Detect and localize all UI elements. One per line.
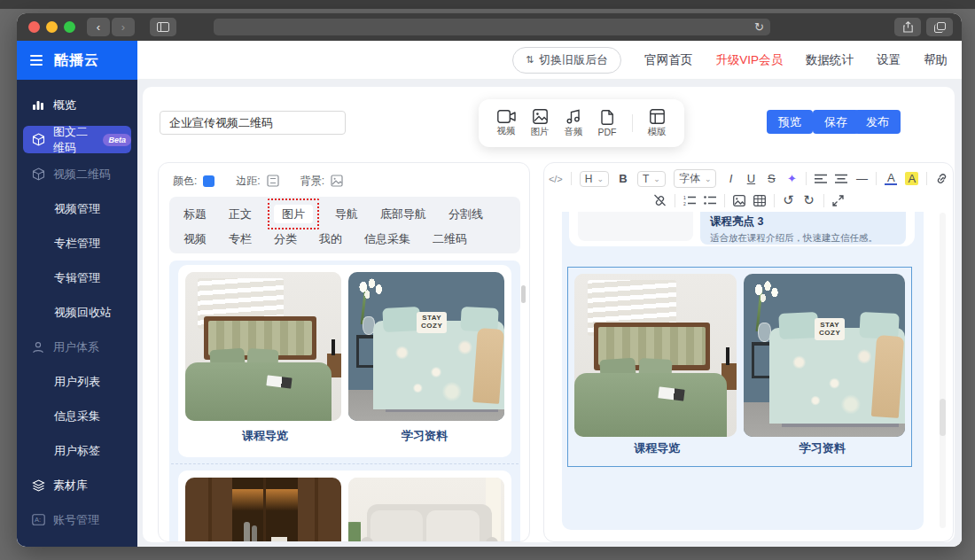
top-navigation: ⇅ 切换旧版后台 官网首页 升级VIP会员 数据统计 设置 帮助: [137, 41, 962, 79]
tab-qrcode[interactable]: 二维码: [433, 231, 467, 246]
sidebar-item-overview[interactable]: 概览: [17, 88, 137, 122]
sidebar-item-account-management[interactable]: A: 账号管理: [17, 502, 137, 537]
insert-template-button[interactable]: 模版: [648, 109, 667, 138]
tab-overview-button[interactable]: [926, 18, 953, 36]
insert-image-button[interactable]: 图片: [531, 109, 550, 138]
font-color-button[interactable]: A: [885, 172, 897, 185]
menu-icon[interactable]: [30, 52, 43, 68]
tab-body-text[interactable]: 正文: [229, 206, 252, 222]
background-image-icon[interactable]: [331, 175, 343, 187]
strikethrough-button[interactable]: S: [765, 172, 777, 185]
remove-link-button[interactable]: [653, 194, 667, 206]
sidebar-item-user-system[interactable]: 用户体系: [17, 330, 137, 364]
undo-button[interactable]: ↺: [783, 192, 795, 208]
editor-scrollbar[interactable]: [940, 213, 946, 528]
bold-button[interactable]: B: [617, 172, 629, 185]
font-dropdown[interactable]: 字体⌄: [674, 169, 717, 188]
highlights-block[interactable]: 课程亮点 3 适合放在课程介绍后，快速建立信任感。: [569, 212, 915, 246]
tab-title[interactable]: 标题: [183, 206, 207, 222]
qrcode-title-input[interactable]: [160, 111, 346, 135]
tab-bottom-navigation[interactable]: 底部导航: [380, 206, 426, 222]
sidebar-item-column-management[interactable]: 专栏管理: [17, 226, 137, 261]
editor-canvas[interactable]: 课程亮点 3 适合放在课程介绍后，快速建立信任感。: [562, 212, 924, 530]
minimize-window-button[interactable]: [46, 21, 58, 33]
close-window-button[interactable]: [28, 21, 40, 33]
image-block-template-2[interactable]: [178, 471, 511, 541]
switch-old-version-button[interactable]: ⇅ 切换旧版后台: [512, 47, 621, 74]
insert-image-button-editor[interactable]: [733, 195, 745, 206]
panel-scrollbar-thumb[interactable]: [521, 285, 526, 303]
sidebar-item-video-qrcode[interactable]: 视频二维码: [17, 157, 137, 191]
sidebar-item-user-list[interactable]: 用户列表: [17, 364, 137, 399]
share-button[interactable]: [894, 18, 921, 36]
forward-button[interactable]: ›: [112, 18, 135, 36]
redo-button[interactable]: ↻: [803, 192, 815, 208]
sidebar-item-label: 信息采集: [54, 408, 100, 424]
tab-category[interactable]: 分类: [274, 231, 297, 246]
save-button[interactable]: 保存: [813, 110, 859, 134]
sidebar-item-user-tags[interactable]: 用户标签: [17, 433, 137, 468]
fullscreen-button[interactable]: [832, 195, 845, 206]
horizontal-rule-button[interactable]: —: [855, 172, 868, 185]
zoom-window-button[interactable]: [64, 21, 75, 33]
highlight-description: 适合放在课程介绍后，快速建立信任感。: [710, 232, 896, 245]
sidebar-item-video-management[interactable]: 视频管理: [17, 191, 137, 226]
highlight-color-button[interactable]: A: [905, 172, 918, 185]
nav-statistics-link[interactable]: 数据统计: [806, 52, 854, 68]
nav-upgrade-vip-link[interactable]: 升级VIP会员: [715, 52, 783, 68]
publish-button[interactable]: 发布: [854, 110, 901, 134]
ordered-list-button[interactable]: 12: [683, 195, 696, 206]
tab-image-label: 图片: [282, 207, 305, 221]
chevron-down-icon: ⌄: [653, 175, 660, 183]
tab-navigation[interactable]: 导航: [335, 206, 358, 222]
align-center-button[interactable]: [835, 174, 847, 184]
preview-button[interactable]: 预览: [767, 110, 813, 134]
sidebar-item-label: 专栏管理: [54, 236, 100, 252]
sidebar-item-label: 视频回收站: [54, 305, 112, 321]
text-style-dropdown[interactable]: T⌄: [637, 171, 666, 187]
sidebar-item-info-collection[interactable]: 信息采集: [17, 399, 137, 433]
image-block-template-1[interactable]: STAY COZY 课程导览 学习资料: [178, 265, 511, 457]
nav-home-link[interactable]: 官网首页: [644, 52, 692, 68]
nav-help-link[interactable]: 帮助: [924, 52, 948, 68]
align-left-button[interactable]: [815, 174, 827, 184]
margin-icon[interactable]: [267, 175, 279, 187]
sidebar-toggle-button[interactable]: [150, 18, 176, 36]
insert-link-button[interactable]: [935, 173, 948, 184]
insert-audio-button[interactable]: 音频: [565, 109, 583, 138]
back-button[interactable]: ‹: [87, 18, 110, 36]
app-logo[interactable]: 酷播云: [17, 41, 137, 80]
selected-image-block[interactable]: STAY COZY 课程导览 学习资料: [567, 267, 912, 467]
insert-video-button[interactable]: 视频: [497, 110, 516, 137]
tab-divider[interactable]: 分割线: [448, 206, 483, 222]
sidebar-item-material-library[interactable]: 素材库: [17, 468, 137, 502]
color-swatch[interactable]: [203, 175, 214, 187]
code-view-button[interactable]: </>: [549, 174, 563, 184]
sidebar-item-video-recycle-bin[interactable]: 视频回收站: [17, 295, 137, 330]
editor-scrollbar-thumb[interactable]: [940, 399, 946, 436]
sidebar-item-label: 账号管理: [53, 512, 99, 528]
underline-button[interactable]: U: [745, 172, 757, 185]
heading-dropdown[interactable]: H⌄: [580, 171, 609, 187]
image-caption: 课程导览: [574, 440, 740, 456]
address-bar[interactable]: ↻: [214, 19, 770, 35]
insert-table-button[interactable]: [753, 195, 766, 206]
sidebar-item-image-text-qrcode[interactable]: 图文二维码 Beta: [23, 126, 131, 153]
editor-toolbar-row-2: 12 ↺ ↻: [544, 192, 953, 208]
nav-settings-link[interactable]: 设置: [877, 52, 901, 68]
chevron-down-icon: ⌄: [597, 175, 604, 183]
tab-video[interactable]: 视频: [183, 231, 207, 246]
sidebar-item-label: 用户标签: [54, 443, 100, 459]
tab-info-collection[interactable]: 信息采集: [364, 231, 410, 246]
tab-image[interactable]: 图片: [274, 205, 313, 223]
italic-button[interactable]: I: [724, 172, 737, 185]
tab-column[interactable]: 专栏: [229, 231, 252, 246]
sidebar-item-album-management[interactable]: 专辑管理: [17, 261, 137, 295]
reload-icon[interactable]: ↻: [754, 19, 764, 35]
bullet-list-button[interactable]: [704, 195, 716, 206]
tab-mine[interactable]: 我的: [319, 231, 342, 246]
sidebar-item-account-info[interactable]: 账号信息: [17, 537, 137, 547]
insert-audio-label: 音频: [565, 126, 583, 138]
ai-assist-button[interactable]: ✦: [785, 172, 798, 185]
insert-pdf-button[interactable]: PDF: [598, 110, 617, 137]
